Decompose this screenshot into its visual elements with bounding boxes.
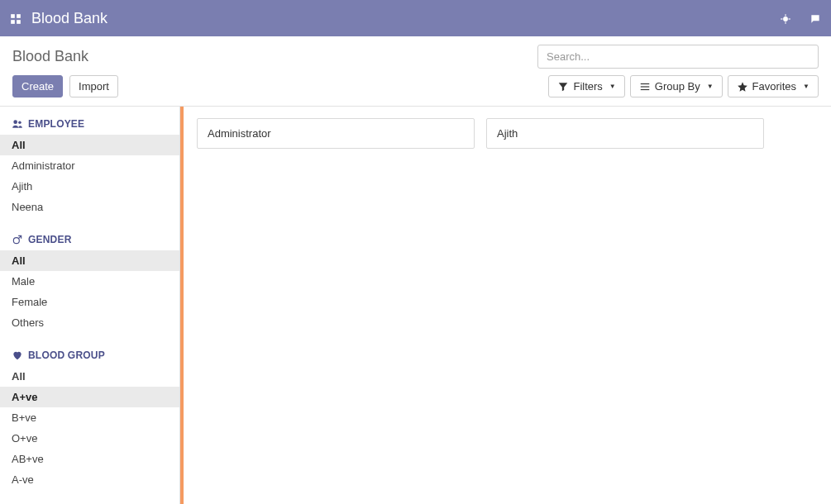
sidebar-heading-gender: GENDER (0, 231, 179, 250)
svg-point-13 (18, 121, 21, 125)
sidebar: EMPLOYEE All Administrator Ajith Neena G… (0, 107, 180, 504)
favorites-dropdown[interactable]: Favorites ▼ (728, 75, 819, 97)
kanban-card[interactable]: Ajith (486, 118, 764, 149)
apps-glyph (10, 13, 21, 25)
sidebar-item-employee-administrator[interactable]: Administrator (0, 155, 179, 176)
sidebar-heading-label: EMPLOYEE (28, 118, 84, 130)
chevron-down-icon: ▼ (707, 83, 714, 90)
kanban-cards: Administrator Ajith (190, 118, 821, 149)
search-box (537, 45, 819, 69)
chat-icon[interactable] (810, 11, 821, 26)
svg-rect-1 (17, 14, 21, 18)
bug-icon[interactable] (780, 11, 791, 26)
app-title: Blood Bank (31, 10, 107, 27)
kanban-card[interactable]: Administrator (197, 118, 475, 149)
sidebar-heading-bloodgroup: BLOOD GROUP (0, 346, 179, 366)
svg-rect-0 (11, 14, 15, 18)
main-content: Administrator Ajith (180, 107, 831, 504)
users-icon (12, 118, 23, 130)
groupby-label: Group By (655, 80, 700, 93)
list-icon (639, 81, 651, 93)
groupby-dropdown[interactable]: Group By ▼ (630, 75, 723, 97)
heart-icon (12, 349, 23, 361)
svg-rect-10 (641, 86, 650, 87)
control-panel-row1: Blood Bank (12, 45, 819, 69)
import-button[interactable]: Import (69, 75, 118, 97)
sidebar-item-employee-ajith[interactable]: Ajith (0, 176, 179, 197)
sidebar-item-gender-female[interactable]: Female (0, 292, 179, 312)
kanban-card-title: Ajith (497, 127, 518, 140)
sidebar-item-gender-male[interactable]: Male (0, 271, 179, 292)
svg-rect-3 (17, 20, 21, 24)
sidebar-item-gender-all[interactable]: All (0, 250, 179, 271)
chevron-down-icon: ▼ (803, 83, 810, 90)
filters-dropdown[interactable]: Filters ▼ (548, 75, 624, 97)
svg-rect-11 (641, 88, 650, 89)
control-panel-row2: Create Import Filters ▼ Group By ▼ Favor… (12, 69, 819, 106)
sidebar-section-bloodgroup: BLOOD GROUP All A+ve B+ve O+ve AB+ve A-v… (0, 346, 179, 490)
svg-point-4 (783, 17, 788, 21)
sidebar-item-bloodgroup-all[interactable]: All (0, 366, 179, 387)
topbar: Blood Bank (0, 0, 831, 36)
bug-glyph (780, 13, 791, 25)
create-button[interactable]: Create (12, 75, 63, 97)
page-title: Blood Bank (12, 48, 88, 65)
sidebar-item-employee-all[interactable]: All (0, 135, 179, 155)
sidebar-item-gender-others[interactable]: Others (0, 312, 179, 333)
male-icon (12, 234, 23, 245)
star-icon (737, 81, 748, 93)
sidebar-item-bloodgroup-abpos[interactable]: AB+ve (0, 449, 179, 469)
sidebar-item-employee-neena[interactable]: Neena (0, 197, 179, 217)
funnel-icon (557, 81, 569, 93)
body-area: EMPLOYEE All Administrator Ajith Neena G… (0, 106, 831, 504)
control-panel: Blood Bank Create Import Filters ▼ Group… (0, 36, 831, 106)
svg-rect-9 (641, 83, 650, 83)
apps-icon[interactable] (10, 11, 21, 26)
sidebar-item-bloodgroup-apos[interactable]: A+ve (0, 387, 179, 407)
sidebar-item-bloodgroup-aneg[interactable]: A-ve (0, 469, 179, 490)
kanban-column-strip (180, 107, 184, 504)
sidebar-section-gender: GENDER All Male Female Others (0, 231, 179, 333)
kanban-card-title: Administrator (208, 127, 271, 140)
sidebar-heading-label: GENDER (28, 234, 72, 245)
search-options: Filters ▼ Group By ▼ Favorites ▼ (548, 75, 819, 97)
sidebar-heading-employee: EMPLOYEE (0, 115, 179, 135)
svg-rect-2 (11, 20, 15, 24)
sidebar-heading-label: BLOOD GROUP (28, 349, 105, 361)
svg-point-12 (13, 120, 17, 124)
filters-label: Filters (573, 80, 602, 93)
search-input[interactable] (537, 45, 819, 69)
chevron-down-icon: ▼ (609, 83, 616, 90)
favorites-label: Favorites (752, 80, 796, 93)
sidebar-item-bloodgroup-bpos[interactable]: B+ve (0, 407, 179, 428)
sidebar-item-bloodgroup-opos[interactable]: O+ve (0, 428, 179, 449)
chat-glyph (810, 13, 821, 25)
sidebar-section-employee: EMPLOYEE All Administrator Ajith Neena (0, 115, 179, 217)
